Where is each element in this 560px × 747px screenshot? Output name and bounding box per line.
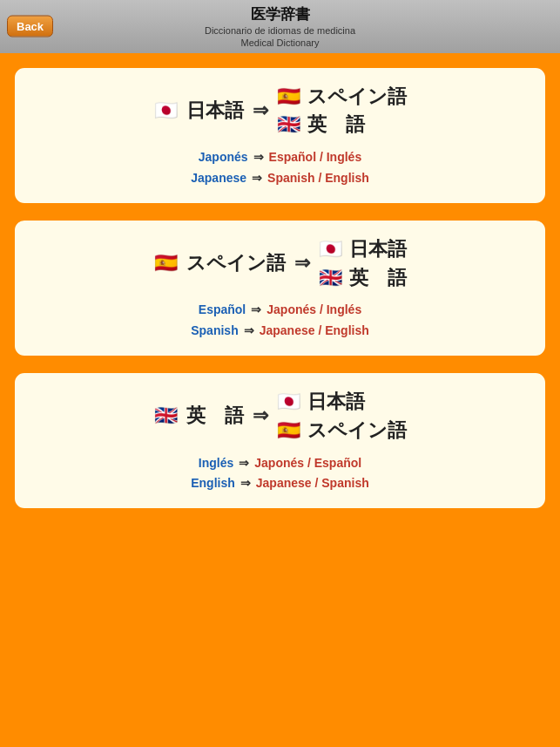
label-targets-1b: Spanish / English xyxy=(267,168,369,189)
main-content: 🇯🇵 日本語 ⇒ 🇪🇸 スペイン語 🇬🇧 英 語 Japonés xyxy=(0,53,560,524)
label-row-1a: Japonés ⇒ Español / Inglés xyxy=(32,147,528,168)
label-targets-3b: Japanese / Spanish xyxy=(256,473,369,494)
label-arrow-2b: ⇒ xyxy=(244,321,254,342)
target-langs-2: 🇯🇵 日本語 🇬🇧 英 語 xyxy=(319,236,407,292)
header-subtitle2: Medical Dictionary xyxy=(0,37,560,49)
label-targets-1a: Español / Inglés xyxy=(269,147,362,168)
source-row-3: 🇬🇧 英 語 ⇒ 🇯🇵 日本語 🇪🇸 スペイン語 xyxy=(154,389,407,445)
source-row-2: 🇪🇸 スペイン語 ⇒ 🇯🇵 日本語 🇬🇧 英 語 xyxy=(154,236,407,292)
target-langs-1: 🇪🇸 スペイン語 🇬🇧 英 語 xyxy=(277,84,407,139)
label-targets-2a: Japonés / Inglés xyxy=(267,300,361,321)
label-source-2a: Español xyxy=(199,300,246,321)
jp-flag-2: 🇯🇵 xyxy=(319,236,342,263)
target-row-3b: 🇪🇸 スペイン語 xyxy=(277,418,407,445)
gb-flag-3: 🇬🇧 xyxy=(154,403,178,430)
label-source-2b: Spanish xyxy=(191,321,238,342)
es-flag-3: 🇪🇸 xyxy=(277,418,300,445)
target-lang-1a: スペイン語 xyxy=(307,84,407,111)
label-source-3b: English xyxy=(191,473,235,494)
label-arrow-3a: ⇒ xyxy=(239,453,249,474)
card-jp-to-es-en[interactable]: 🇯🇵 日本語 ⇒ 🇪🇸 スペイン語 🇬🇧 英 語 Japonés xyxy=(12,65,548,206)
label-source-1b: Japanese xyxy=(191,168,246,189)
app-header: Back 医学辞書 Diccionario de idiomas de medi… xyxy=(0,0,560,53)
card-labels-3: Inglés ⇒ Japonés / Español English ⇒ Jap… xyxy=(32,453,528,495)
back-button[interactable]: Back xyxy=(7,16,53,37)
label-arrow-3b: ⇒ xyxy=(240,473,251,494)
card-languages-3: 🇬🇧 英 語 ⇒ 🇯🇵 日本語 🇪🇸 スペイン語 xyxy=(32,389,528,445)
label-source-3a: Inglés xyxy=(199,453,233,474)
arrow-1: ⇒ xyxy=(253,98,268,125)
target-row-1b: 🇬🇧 英 語 xyxy=(277,112,407,139)
label-source-1a: Japonés xyxy=(199,147,248,168)
card-labels-2: Español ⇒ Japonés / Inglés Spanish ⇒ Jap… xyxy=(32,300,528,342)
card-languages-2: 🇪🇸 スペイン語 ⇒ 🇯🇵 日本語 🇬🇧 英 語 xyxy=(32,236,528,292)
target-row-2b: 🇬🇧 英 語 xyxy=(319,265,407,292)
label-targets-2b: Japanese / English xyxy=(260,321,369,342)
source-lang-1: 日本語 xyxy=(186,98,244,125)
target-lang-2a: 日本語 xyxy=(349,236,407,263)
card-es-to-jp-en[interactable]: 🇪🇸 スペイン語 ⇒ 🇯🇵 日本語 🇬🇧 英 語 Español xyxy=(12,218,548,358)
label-arrow-2a: ⇒ xyxy=(251,300,261,321)
label-arrow-1b: ⇒ xyxy=(252,168,262,189)
card-languages-1: 🇯🇵 日本語 ⇒ 🇪🇸 スペイン語 🇬🇧 英 語 xyxy=(32,84,528,139)
label-row-1b: Japanese ⇒ Spanish / English xyxy=(32,168,528,189)
target-row-2a: 🇯🇵 日本語 xyxy=(319,236,407,263)
jp-flag-1: 🇯🇵 xyxy=(154,98,178,125)
label-row-3a: Inglés ⇒ Japonés / Español xyxy=(32,453,528,474)
es-flag-1: 🇪🇸 xyxy=(277,84,300,111)
target-row-1a: 🇪🇸 スペイン語 xyxy=(277,84,407,111)
label-arrow-1a: ⇒ xyxy=(253,147,264,168)
header-subtitle1: Diccionario de idiomas de medicina xyxy=(0,24,560,37)
source-row-1: 🇯🇵 日本語 ⇒ 🇪🇸 スペイン語 🇬🇧 英 語 xyxy=(154,84,407,139)
target-lang-1b: 英 語 xyxy=(307,112,365,139)
gb-flag-2: 🇬🇧 xyxy=(319,265,342,292)
card-en-to-jp-es[interactable]: 🇬🇧 英 語 ⇒ 🇯🇵 日本語 🇪🇸 スペイン語 Inglés xyxy=(12,370,548,511)
gb-flag-1: 🇬🇧 xyxy=(277,112,300,139)
target-row-3a: 🇯🇵 日本語 xyxy=(277,389,407,416)
es-flag-2: 🇪🇸 xyxy=(154,250,178,277)
arrow-2: ⇒ xyxy=(294,250,310,277)
target-lang-2b: 英 語 xyxy=(349,265,407,292)
label-row-2b: Spanish ⇒ Japanese / English xyxy=(32,321,528,342)
label-row-2a: Español ⇒ Japonés / Inglés xyxy=(32,300,528,321)
card-labels-1: Japonés ⇒ Español / Inglés Japanese ⇒ Sp… xyxy=(32,147,528,189)
label-row-3b: English ⇒ Japanese / Spanish xyxy=(32,473,528,494)
target-langs-3: 🇯🇵 日本語 🇪🇸 スペイン語 xyxy=(277,389,407,445)
arrow-3: ⇒ xyxy=(253,403,268,430)
target-lang-3a: 日本語 xyxy=(307,389,365,416)
jp-flag-3: 🇯🇵 xyxy=(277,389,300,416)
source-lang-2: スペイン語 xyxy=(186,250,286,277)
target-lang-3b: スペイン語 xyxy=(307,418,407,445)
label-targets-3a: Japonés / Español xyxy=(254,453,361,474)
source-lang-3: 英 語 xyxy=(186,403,244,430)
header-title: 医学辞書 xyxy=(0,5,560,24)
